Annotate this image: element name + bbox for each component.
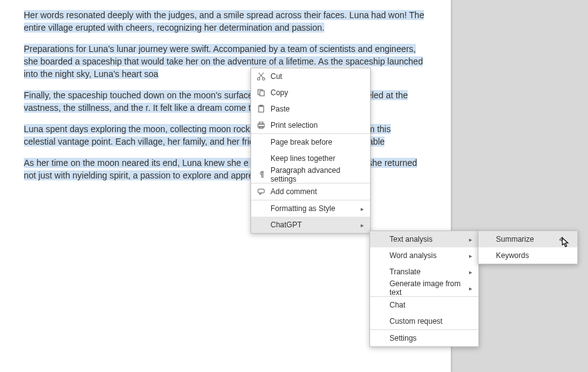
menu-item-label: Formatting as Style	[271, 204, 361, 213]
svg-rect-5	[260, 91, 264, 96]
submenu-text-analysis[interactable]: Text analysis ▸	[370, 231, 478, 247]
menu-item-label: ChatGPT	[271, 220, 361, 229]
chevron-right-icon: ▸	[361, 205, 364, 212]
menu-keep-lines-together[interactable]: Keep lines together	[251, 150, 370, 167]
blank-icon	[375, 333, 385, 343]
menu-item-label: Translate	[389, 267, 469, 276]
chevron-right-icon: ▸	[469, 285, 472, 292]
paste-icon	[256, 104, 266, 114]
menu-print-selection[interactable]: Print selection	[251, 117, 370, 133]
blank-icon	[375, 300, 385, 310]
submenu-translate[interactable]: Translate ▸	[370, 264, 478, 280]
blank-icon	[375, 316, 385, 326]
submenu-generate-image[interactable]: Generate image from text ▸	[370, 280, 478, 296]
text-analysis-submenu: Summarize Keywords	[478, 230, 578, 264]
workspace: Her words resonated deeply with the judg…	[0, 0, 588, 372]
chatgpt-submenu: Text analysis ▸ Word analysis ▸ Translat…	[369, 230, 479, 347]
submenu-summarize[interactable]: Summarize	[478, 231, 577, 247]
menu-item-label: Chat	[389, 301, 472, 309]
svg-line-3	[259, 73, 263, 78]
blank-icon	[375, 251, 385, 261]
blank-icon	[375, 234, 385, 244]
svg-line-2	[259, 73, 264, 78]
menu-paste[interactable]: Paste	[251, 101, 370, 117]
chevron-right-icon: ▸	[469, 252, 472, 259]
menu-item-label: Generate image from text	[389, 279, 469, 297]
svg-point-0	[257, 78, 260, 80]
blank-icon	[256, 153, 266, 163]
paragraph-icon	[256, 170, 266, 180]
svg-rect-9	[259, 122, 263, 124]
blank-icon	[256, 204, 266, 214]
menu-item-label: Summarize	[496, 235, 571, 244]
menu-item-label: Add comment	[271, 187, 364, 196]
blank-icon	[375, 267, 385, 277]
menu-item-label: Copy	[271, 88, 364, 97]
blank-icon	[256, 137, 266, 147]
menu-item-label: Keywords	[496, 251, 571, 260]
context-menu: Cut Copy Paste Print selection Page brea…	[250, 68, 371, 234]
copy-icon	[256, 88, 266, 98]
menu-cut[interactable]: Cut	[251, 68, 370, 85]
selected-text: Her words resonated deeply with the judg…	[24, 10, 424, 33]
menu-paragraph-advanced[interactable]: Paragraph advanced settings	[251, 167, 370, 183]
menu-page-break-before[interactable]: Page break before	[251, 134, 370, 150]
menu-item-label: Paragraph advanced settings	[271, 166, 364, 183]
menu-item-label: Text analysis	[389, 235, 469, 244]
blank-icon	[256, 220, 266, 230]
chevron-right-icon: ▸	[469, 236, 472, 243]
menu-item-label: Custom request	[389, 317, 472, 326]
comment-icon	[256, 187, 266, 197]
menu-item-label: Cut	[271, 72, 364, 81]
cut-icon	[256, 71, 266, 81]
svg-point-1	[262, 78, 265, 80]
menu-add-comment[interactable]: Add comment	[251, 183, 370, 200]
menu-formatting-as-style[interactable]: Formatting as Style ▸	[251, 200, 370, 217]
submenu-keywords[interactable]: Keywords	[478, 247, 577, 264]
menu-item-label: Word analysis	[389, 251, 469, 260]
blank-icon	[375, 283, 385, 293]
menu-item-label: Keep lines together	[271, 154, 364, 163]
submenu-custom-request[interactable]: Custom request	[370, 313, 478, 329]
paragraph: Her words resonated deeply with the judg…	[24, 9, 425, 34]
menu-item-label: Page break before	[271, 138, 364, 147]
menu-chatgpt[interactable]: ChatGPT ▸	[251, 217, 370, 233]
menu-item-label: Paste	[271, 105, 364, 113]
submenu-chat[interactable]: Chat	[370, 297, 478, 313]
submenu-settings[interactable]: Settings	[370, 330, 478, 346]
menu-item-label: Print selection	[271, 121, 364, 130]
menu-copy[interactable]: Copy	[251, 85, 370, 101]
chevron-right-icon: ▸	[361, 222, 364, 229]
menu-item-label: Settings	[389, 334, 472, 343]
submenu-word-analysis[interactable]: Word analysis ▸	[370, 247, 478, 264]
printer-icon	[256, 120, 266, 130]
chevron-right-icon: ▸	[469, 269, 472, 276]
svg-rect-11	[258, 189, 264, 193]
